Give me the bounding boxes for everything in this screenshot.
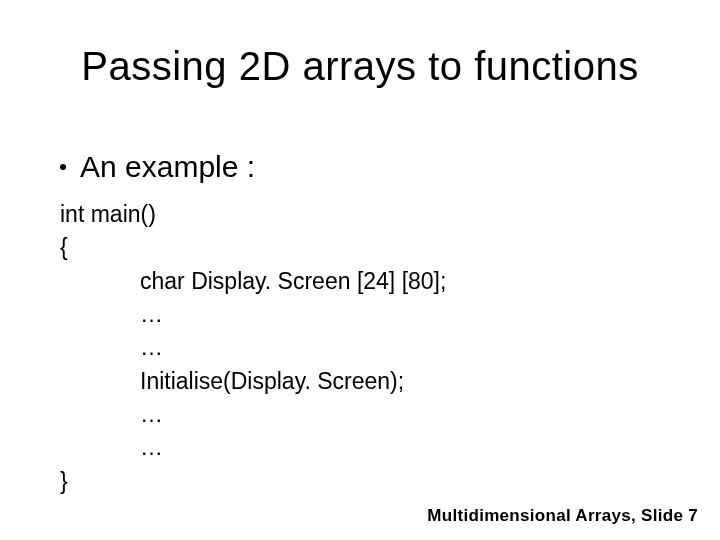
- code-line: Initialise(Display. Screen);: [60, 365, 446, 398]
- code-line: …: [60, 298, 446, 331]
- subhead-text: An example :: [80, 150, 255, 183]
- code-line: }: [60, 465, 446, 498]
- code-line: {: [60, 231, 446, 264]
- slide-footer: Multidimensional Arrays, Slide 7: [427, 506, 698, 526]
- code-block: int main() { char Display. Screen [24] […: [60, 198, 446, 498]
- code-line: …: [60, 431, 446, 464]
- code-line: char Display. Screen [24] [80];: [60, 265, 446, 298]
- code-line: …: [60, 398, 446, 431]
- code-line: …: [60, 331, 446, 364]
- code-line: int main(): [60, 198, 446, 231]
- slide: Passing 2D arrays to functions An exampl…: [0, 0, 720, 540]
- slide-title: Passing 2D arrays to functions: [0, 44, 720, 89]
- subhead-line: An example :: [60, 150, 255, 184]
- bullet-icon: [60, 164, 66, 170]
